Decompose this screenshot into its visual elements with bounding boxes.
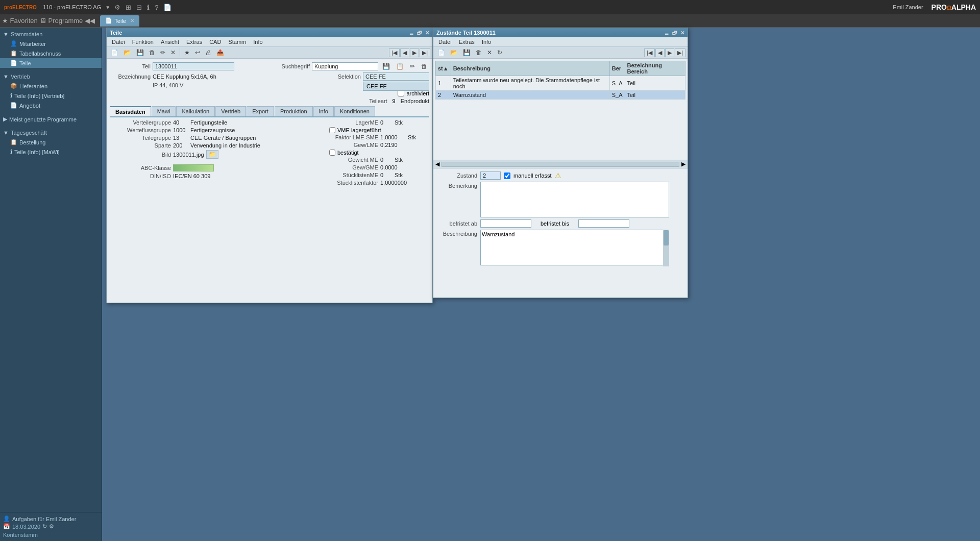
bemerkung-textarea[interactable] [480, 182, 669, 217]
help-icon[interactable]: ? [155, 4, 158, 11]
menu-funktion[interactable]: Funktion [129, 38, 157, 46]
sidebar-item-mitarbeiter[interactable]: 👤 Mitarbeiter [0, 39, 102, 48]
export-btn[interactable]: 📤 [214, 48, 226, 57]
selektion-input[interactable] [363, 72, 429, 81]
befristet-bis-input[interactable] [578, 219, 629, 228]
nav-next-btn[interactable]: ▶ [410, 48, 419, 57]
delete-btn[interactable]: 🗑 [147, 48, 157, 57]
menu-info[interactable]: Info [250, 38, 265, 46]
menu-stamm[interactable]: Stamm [225, 38, 249, 46]
suchbegriff-btn2[interactable]: 📋 [394, 62, 406, 71]
programme-btn[interactable]: 🖥 Programme [40, 17, 83, 24]
sidebar-item-lieferanten[interactable]: 📦 Lieferanten [0, 81, 102, 91]
print-btn[interactable]: 🖨 [203, 48, 213, 57]
teil-input[interactable] [153, 62, 234, 70]
menu-ansicht[interactable]: Ansicht [158, 38, 182, 46]
zustaende-maximize-btn[interactable]: 🗗 [672, 30, 677, 36]
tab-vertrieb[interactable]: Vertrieb [215, 106, 246, 116]
zd-nav-last[interactable]: ▶| [675, 48, 685, 57]
cancel-btn[interactable]: ✕ [168, 48, 178, 57]
zd-menu-extras[interactable]: Extras [456, 38, 478, 46]
tab-kalkulation[interactable]: Kalkulation [176, 106, 215, 116]
scrollbar-h[interactable] [442, 162, 679, 167]
beschreibung-textarea[interactable]: Warnzustand [480, 230, 669, 265]
vme-checkbox[interactable] [329, 127, 335, 133]
star-btn[interactable]: ★ [182, 48, 192, 57]
zd-cancel-btn[interactable]: ✕ [485, 48, 494, 57]
teile-close-btn[interactable]: ✕ [425, 30, 429, 36]
undo-btn[interactable]: ↩ [193, 48, 202, 57]
suchbegriff-input[interactable] [312, 62, 378, 70]
zd-delete-btn[interactable]: 🗑 [474, 48, 484, 57]
nav-last-btn[interactable]: ▶| [420, 48, 430, 57]
zustand-input[interactable] [480, 171, 501, 180]
tab-basisdaten[interactable]: Basisdaten [110, 106, 151, 116]
sidebar-item-teile-mawi[interactable]: ℹ Teile (Info) [MaWi] [0, 147, 102, 157]
refresh-icon[interactable]: ↻ [42, 523, 47, 530]
zd-nav-next[interactable]: ▶ [665, 48, 674, 57]
sidebar-section-header-vertrieb[interactable]: ▼ Vertrieb [0, 72, 102, 81]
suchbegriff-btn3[interactable]: ✏ [408, 62, 417, 71]
sidebar-item-teile[interactable]: 📄 Teile [0, 58, 102, 68]
zustaende-close-btn[interactable]: ✕ [680, 30, 684, 36]
table-row[interactable]: 1 Teilestamm wurde neu angelegt. Die Sta… [436, 76, 685, 91]
dropdown-arrow[interactable]: ▼ [105, 5, 110, 10]
zd-refresh-btn[interactable]: ↻ [495, 48, 504, 57]
menu-datei[interactable]: Datei [109, 38, 128, 46]
tab-close[interactable]: ✕ [130, 18, 134, 23]
scrollbar-v[interactable] [663, 230, 669, 266]
favorites-btn[interactable]: ★ Favoriten [2, 17, 38, 24]
dropdown-item-ceefe[interactable]: CEE FE [363, 82, 429, 90]
suchbegriff-btn4[interactable]: 🗑 [419, 62, 429, 71]
tab-mawi[interactable]: Mawi [152, 106, 176, 116]
sidebar-label-teile: Teile [19, 60, 31, 66]
sidebar-item-teile-vertrieb[interactable]: ℹ Teile (Info) [Vertrieb] [0, 91, 102, 101]
zustaende-minimize-btn[interactable]: 🗕 [664, 30, 669, 36]
bestaetigt-checkbox[interactable] [329, 150, 335, 156]
tab-produktion[interactable]: Produktion [275, 106, 313, 116]
tab-export[interactable]: Export [247, 106, 274, 116]
manuell-checkbox[interactable] [504, 173, 510, 179]
nav-first-btn[interactable]: |◀ [389, 48, 400, 57]
menu-extras[interactable]: Extras [183, 38, 205, 46]
zd-menu-info[interactable]: Info [479, 38, 494, 46]
bild-open-btn[interactable]: 📁 [206, 150, 218, 159]
nav-back[interactable]: ◀◀ [85, 17, 95, 24]
layout2-icon[interactable]: ⊟ [136, 4, 142, 11]
zd-nav-first[interactable]: |◀ [644, 48, 655, 57]
zd-open-btn[interactable]: 📂 [448, 48, 460, 57]
sidebar-item-angebot[interactable]: 📄 Angebot [0, 101, 102, 110]
sidebar-section-header-meist[interactable]: ▶ Meist genutzte Programme [0, 114, 102, 124]
zd-menu-datei[interactable]: Datei [435, 38, 455, 46]
tab-konditionen[interactable]: Konditionen [334, 106, 375, 116]
scroll-right-btn[interactable]: ▶ [681, 161, 685, 167]
sidebar-item-tabellabschnuss[interactable]: 📋 Tabellabschnuss [0, 48, 102, 58]
settings-icon-sidebar[interactable]: ⚙ [49, 523, 54, 530]
open-btn[interactable]: 📂 [121, 48, 133, 57]
scroll-left-btn[interactable]: ◀ [435, 161, 439, 167]
nav-prev-btn[interactable]: ◀ [400, 48, 409, 57]
info-icon[interactable]: ℹ [147, 4, 150, 11]
new-btn[interactable]: 📄 [109, 48, 120, 57]
save-btn[interactable]: 💾 [134, 48, 146, 57]
teile-minimize-btn[interactable]: 🗕 [409, 30, 414, 36]
layout1-icon[interactable]: ⊞ [126, 4, 131, 11]
docs-icon[interactable]: 📄 [163, 4, 172, 11]
table-row-selected[interactable]: 2 Warnzustand S_A Teil [436, 91, 685, 100]
settings-icon[interactable]: ⚙ [114, 4, 120, 11]
menu-cad[interactable]: CAD [206, 38, 224, 46]
tab-info[interactable]: Info [313, 106, 334, 116]
edit-btn[interactable]: ✏ [158, 48, 167, 57]
suchbegriff-btn1[interactable]: 💾 [380, 62, 392, 71]
kontenstamm-link[interactable]: Kontenstamm [3, 532, 99, 538]
teile-maximize-btn[interactable]: 🗗 [417, 30, 422, 36]
sidebar-item-bestellung[interactable]: 📋 Bestellung [0, 137, 102, 147]
zd-save-btn[interactable]: 💾 [461, 48, 473, 57]
zd-nav-prev[interactable]: ◀ [655, 48, 665, 57]
zd-new-btn[interactable]: 📄 [435, 48, 447, 57]
bild-value: 1300011.jpg [173, 152, 204, 158]
tab-teile[interactable]: 📄 Teile ✕ [100, 15, 139, 27]
sidebar-section-header-tages[interactable]: ▼ Tagesgeschäft [0, 128, 102, 137]
sidebar-section-header-stammdaten[interactable]: ▼ Stammdaten [0, 30, 102, 39]
befristet-ab-input[interactable] [480, 219, 531, 228]
